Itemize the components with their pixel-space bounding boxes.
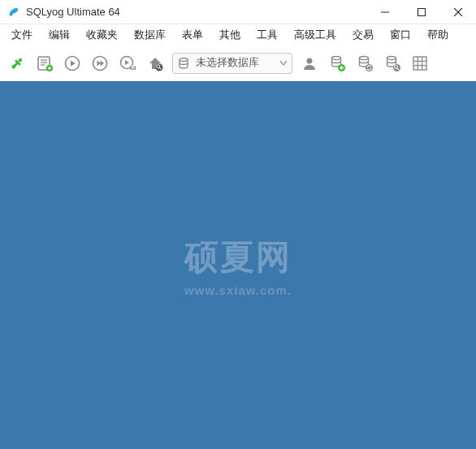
menu-window[interactable]: 窗口: [382, 26, 419, 45]
minimize-button[interactable]: [366, 0, 403, 24]
close-button[interactable]: [439, 0, 476, 24]
database-selector[interactable]: 未选择数据库: [172, 53, 292, 74]
menu-powertools[interactable]: 高级工具: [286, 26, 344, 45]
schema-sync-button[interactable]: [327, 53, 348, 74]
refresh-button[interactable]: [145, 53, 166, 74]
menu-others[interactable]: 其他: [211, 26, 249, 45]
watermark-text: 硕夏网: [184, 234, 292, 279]
svg-rect-1: [418, 8, 425, 15]
svg-point-22: [307, 58, 313, 63]
window-title: SQLyog Ultimate 64: [26, 6, 366, 18]
svg-text:用: 用: [130, 66, 135, 70]
svg-point-5: [12, 64, 15, 67]
new-query-button[interactable]: [34, 53, 55, 74]
svg-rect-31: [413, 57, 426, 70]
query-builder-button[interactable]: [409, 53, 431, 74]
menu-edit[interactable]: 编辑: [41, 26, 78, 45]
execute-all-button[interactable]: [89, 53, 110, 74]
execute-explain-button[interactable]: 用: [117, 53, 138, 74]
data-sync-button[interactable]: [354, 53, 375, 74]
title-bar: SQLyog Ultimate 64: [0, 0, 476, 24]
watermark-url: www.sxiaw.com.: [184, 283, 292, 296]
app-icon: [6, 5, 21, 19]
menu-file[interactable]: 文件: [3, 26, 41, 45]
database-icon: [173, 57, 194, 70]
menu-database[interactable]: 数据库: [126, 26, 174, 45]
svg-point-4: [19, 58, 22, 61]
watermark: 硕夏网 www.sxiaw.com.: [184, 234, 292, 296]
menu-table[interactable]: 表单: [174, 26, 211, 45]
menu-help[interactable]: 帮助: [419, 26, 457, 45]
database-selector-text: 未选择数据库: [194, 56, 275, 70]
maximize-button[interactable]: [403, 0, 439, 24]
menu-favorites[interactable]: 收藏夹: [78, 26, 126, 45]
toolbar: 用 未选择数据库: [0, 45, 476, 81]
user-manager-button[interactable]: [299, 53, 320, 74]
chevron-down-icon: [275, 61, 292, 66]
svg-point-25: [360, 56, 369, 59]
window-controls: [366, 0, 476, 24]
new-connection-button[interactable]: [6, 53, 28, 74]
svg-point-23: [332, 56, 341, 59]
menu-bar: 文件 编辑 收藏夹 数据库 表单 其他 工具 高级工具 交易 窗口 帮助: [0, 24, 476, 45]
menu-transactions[interactable]: 交易: [344, 26, 382, 45]
menu-tools[interactable]: 工具: [249, 26, 286, 45]
visual-compare-button[interactable]: [382, 53, 403, 74]
execute-query-button[interactable]: [62, 53, 83, 74]
svg-point-21: [180, 58, 188, 61]
svg-point-27: [387, 56, 396, 59]
main-workspace: 硕夏网 www.sxiaw.com.: [0, 81, 476, 449]
